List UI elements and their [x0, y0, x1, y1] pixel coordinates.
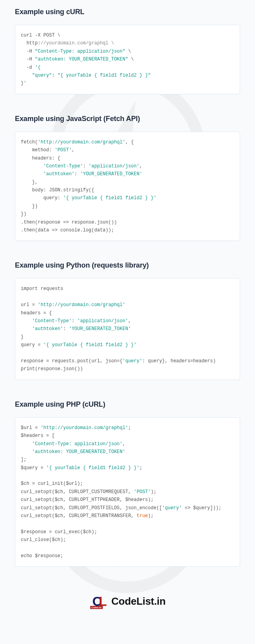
section-heading: Example using PHP (cURL)	[15, 400, 240, 409]
example-section: Example using cURLcurl -X POST \ http://…	[15, 8, 240, 94]
section-heading: Example using JavaScript (Fetch API)	[15, 115, 240, 123]
codelist-logo: C L CodeList CodeList.in	[89, 594, 166, 608]
example-section: Example using PHP (cURL)$url = 'http://y…	[15, 400, 240, 567]
code-content: curl -X POST \ http://yourdomain.com/gra…	[21, 31, 234, 88]
code-content: $url = 'http://yourdomain.com/graphql'; …	[21, 424, 234, 560]
example-section: Example using Python (requests library)i…	[15, 261, 240, 380]
code-block[interactable]: $url = 'http://yourdomain.com/graphql'; …	[15, 417, 240, 567]
section-heading: Example using cURL	[15, 8, 240, 16]
code-content: fetch('http://yourdomain.com/graphql', {…	[21, 138, 234, 235]
code-content: import requests url = 'http://yourdomain…	[21, 285, 234, 373]
example-section: Example using JavaScript (Fetch API)fetc…	[15, 115, 240, 241]
content-area: Example using cURLcurl -X POST \ http://…	[0, 8, 255, 567]
footer: C L CodeList CodeList.in	[0, 587, 255, 611]
code-block[interactable]: import requests url = 'http://yourdomain…	[15, 278, 240, 380]
section-heading: Example using Python (requests library)	[15, 261, 240, 270]
code-block[interactable]: curl -X POST \ http://yourdomain.com/gra…	[15, 25, 240, 94]
logo-mark: C L CodeList	[89, 594, 110, 608]
logo-text: CodeList.in	[111, 595, 166, 607]
code-block[interactable]: fetch('http://yourdomain.com/graphql', {…	[15, 132, 240, 241]
